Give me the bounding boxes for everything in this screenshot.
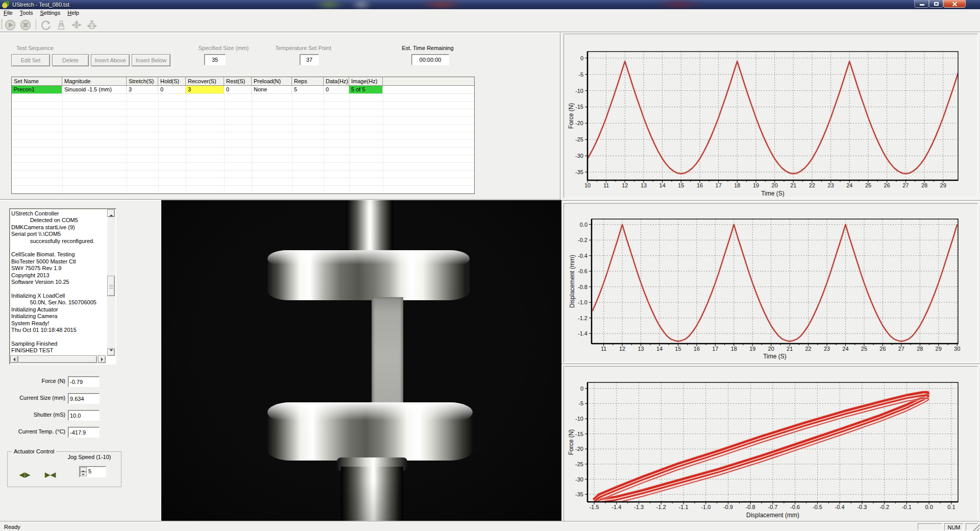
jog-inward-button[interactable]: ▶◀ xyxy=(41,470,60,479)
table-cell[interactable]: 5 xyxy=(292,86,324,93)
spin-down-button[interactable] xyxy=(80,472,87,476)
svg-text:21: 21 xyxy=(787,346,793,352)
svg-text:20: 20 xyxy=(772,182,778,188)
hscroll-thumb[interactable] xyxy=(18,355,97,363)
stop-icon[interactable] xyxy=(19,19,32,31)
svg-text:27: 27 xyxy=(902,182,909,188)
table-cell[interactable]: Sinusoid -1.5 (mm) xyxy=(62,86,127,93)
svg-text:-0.7: -0.7 xyxy=(768,504,778,510)
column-header-preloadn[interactable]: Preload(N) xyxy=(252,77,292,85)
svg-text:20: 20 xyxy=(768,346,774,352)
fixture-icon[interactable] xyxy=(55,19,67,31)
controller-log[interactable]: UStretch Controller Detected on COM5 DMK… xyxy=(9,208,116,365)
table-cell[interactable]: None xyxy=(252,86,292,93)
svg-text:11: 11 xyxy=(601,346,606,352)
scroll-up-button[interactable] xyxy=(107,209,115,217)
column-header-stretchs[interactable]: Stretch(S) xyxy=(127,77,158,85)
table-cell[interactable]: 3 xyxy=(186,86,224,93)
table-row[interactable]: Precon1Sinusoid -1.5 (mm)3030None505 of … xyxy=(12,86,474,94)
table-cell[interactable]: 5 of 5 xyxy=(349,86,383,93)
shutter-ms-field[interactable]: 10.0 xyxy=(68,410,100,421)
edit-set-button[interactable]: Edit Set xyxy=(11,54,50,66)
test-sequence-table[interactable]: Set NameMagnitudeStretch(S)Hold(S)Recove… xyxy=(11,77,475,194)
jog-speed-spinner[interactable]: 5 xyxy=(79,466,106,477)
column-header-holds[interactable]: Hold(S) xyxy=(158,77,186,85)
current-temp-c-field[interactable]: -417.9 xyxy=(68,427,100,438)
svg-text:-0.5: -0.5 xyxy=(813,504,822,510)
app-icon xyxy=(2,1,9,8)
force-n-field[interactable]: -0.79 xyxy=(68,376,100,387)
column-header-magnitude[interactable]: Magnitude xyxy=(62,77,127,85)
svg-text:-0.8: -0.8 xyxy=(746,504,755,510)
svg-text:-0.9: -0.9 xyxy=(723,504,733,510)
chart-divider-1 xyxy=(561,200,980,202)
menu-item-settings[interactable]: Settings xyxy=(36,9,64,17)
undo-icon[interactable] xyxy=(40,19,52,31)
compress-arrows-icon[interactable] xyxy=(70,19,83,31)
svg-text:28: 28 xyxy=(921,182,927,188)
compress-set-icon[interactable] xyxy=(86,19,98,31)
svg-text:19: 19 xyxy=(749,346,755,352)
column-header-datahz[interactable]: Data(Hz) xyxy=(324,77,349,85)
column-header-rests[interactable]: Rest(S) xyxy=(224,77,252,85)
scroll-down-button[interactable] xyxy=(107,348,115,356)
scroll-right-button[interactable] xyxy=(98,355,106,363)
toolbar-grip[interactable] xyxy=(1,19,3,30)
svg-text:28: 28 xyxy=(917,346,923,352)
maximize-button[interactable] xyxy=(929,0,943,8)
svg-text:29: 29 xyxy=(936,346,942,352)
table-cell[interactable]: 0 xyxy=(324,86,349,93)
jog-speed-label: Jog Speed (1-10) xyxy=(61,454,118,460)
status-num-indicator: NUM xyxy=(944,523,964,530)
play-icon[interactable] xyxy=(4,19,16,31)
table-empty-rows[interactable] xyxy=(12,94,474,194)
spin-up-button[interactable] xyxy=(80,467,87,472)
svg-text:22: 22 xyxy=(809,182,815,188)
log-hscrollbar[interactable] xyxy=(10,355,106,364)
resize-grip[interactable] xyxy=(973,524,979,531)
current-size-mm-field[interactable]: 9.634 xyxy=(68,393,100,404)
specified-size-field[interactable]: 35 xyxy=(204,54,226,65)
table-cell[interactable]: Precon1 xyxy=(12,86,62,93)
log-vscrollbar[interactable] xyxy=(107,209,115,356)
menu-item-tools[interactable]: Tools xyxy=(16,9,37,17)
delete-button[interactable]: Delete xyxy=(52,54,89,66)
arrow-down-icon xyxy=(109,349,113,353)
svg-text:0.0: 0.0 xyxy=(925,504,933,510)
menu-item-help[interactable]: Help xyxy=(64,9,83,17)
temperature-set-point-field[interactable]: 37 xyxy=(300,54,319,65)
close-button[interactable] xyxy=(943,0,966,8)
svg-text:26: 26 xyxy=(879,346,886,352)
column-header-imagehz[interactable]: Image(Hz) xyxy=(349,77,383,85)
column-header-recovers[interactable]: Recover(S) xyxy=(186,77,224,85)
force-displacement-chart: -1.5-1.4-1.3-1.2-1.1-1.0-0.9-0.8-0.7-0.6… xyxy=(564,367,977,521)
svg-text:18: 18 xyxy=(734,182,740,188)
jog-outward-button[interactable]: ◀▶ xyxy=(16,470,34,479)
insert-above-button[interactable]: Insert Above xyxy=(91,54,130,66)
svg-text:-5: -5 xyxy=(578,400,583,406)
minimize-button[interactable] xyxy=(914,0,929,8)
insert-below-button[interactable]: Insert Below xyxy=(132,54,170,66)
svg-text:17: 17 xyxy=(716,182,722,188)
table-cell[interactable]: 0 xyxy=(224,86,252,93)
svg-text:-30: -30 xyxy=(575,153,583,159)
actuator-control-title: Actuator Control xyxy=(12,448,56,454)
svg-text:15: 15 xyxy=(675,346,681,352)
svg-text:-1.2: -1.2 xyxy=(656,504,666,510)
column-header-reps[interactable]: Reps xyxy=(292,77,324,85)
column-header-set-name[interactable]: Set Name xyxy=(12,77,62,85)
table-cell[interactable]: 0 xyxy=(158,86,186,93)
minimize-icon xyxy=(920,4,924,6)
svg-text:-20: -20 xyxy=(575,120,583,126)
vscroll-thumb[interactable] xyxy=(107,276,115,296)
table-cell[interactable]: 3 xyxy=(127,86,158,93)
toolbar-separator xyxy=(36,19,37,30)
scroll-left-button[interactable] xyxy=(10,355,18,363)
status-bar: Ready NUM xyxy=(0,522,980,531)
menu-bar: FileToolsSettingsHelp xyxy=(0,9,980,17)
svg-text:-25: -25 xyxy=(575,461,583,467)
svg-text:16: 16 xyxy=(694,346,700,352)
menu-item-file[interactable]: File xyxy=(0,9,16,17)
title-bar: UStretch - Test_080.tst xyxy=(0,0,980,9)
svg-text:-30: -30 xyxy=(575,476,583,482)
